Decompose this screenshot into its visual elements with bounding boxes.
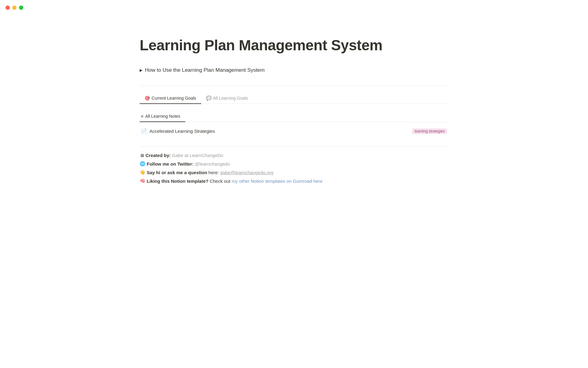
created-by-label: Created by: (145, 153, 171, 158)
computer-icon: 🖥 (140, 153, 144, 158)
close-button[interactable] (6, 6, 10, 10)
list-item[interactable]: 📄 Accelerated Learning Strategies learni… (140, 126, 448, 136)
toggle-section: ▶ How to Use the Learning Plan Managemen… (140, 66, 448, 75)
footer-twitter: 🌐 Follow me on Twitter: @learnchangedo (140, 161, 448, 167)
goals-tabs-section: 🎯 Current Learning Goals 💬 All Learning … (140, 93, 448, 104)
footer-gumroad: 🧠 Liking this Notion template? Check out… (140, 178, 448, 184)
tab-current-learning-goals[interactable]: 🎯 Current Learning Goals (140, 93, 201, 104)
tab-all-learning-notes[interactable]: ≡ All Learning Notes (140, 111, 185, 122)
gumroad-pre: Check out (210, 178, 231, 184)
email-link[interactable]: gabe@learnchangedo.org (220, 170, 273, 175)
goals-tabs-row: 🎯 Current Learning Goals 💬 All Learning … (140, 93, 448, 104)
email-pre: here: (209, 170, 219, 175)
page-title: Learning Plan Management System (140, 37, 448, 54)
list-item-left: 📄 Accelerated Learning Strategies (141, 128, 215, 134)
footer-section: 🖥 Created by: Gabe at LearnChangeDo 🌐 Fo… (140, 146, 448, 184)
gumroad-link[interactable]: my other Notion templates on Gumroad her… (232, 178, 322, 184)
tag-badge[interactable]: learning strategies (412, 128, 447, 134)
email-label: Say hi or ask me a question (147, 170, 207, 175)
gumroad-label: Liking this Notion template? (147, 178, 209, 184)
list-icon: ≡ (141, 114, 143, 119)
maximize-button[interactable] (19, 6, 23, 10)
tab-all-label: All Learning Goals (213, 96, 248, 101)
main-content: Learning Plan Management System ▶ How to… (110, 0, 478, 211)
target-icon: 🎯 (145, 96, 150, 101)
twitter-value: @learnchangedo (195, 161, 230, 167)
chat-icon: 💬 (206, 96, 211, 101)
list-item-label: Accelerated Learning Strategies (149, 128, 215, 134)
twitter-label: Follow me on Twitter: (147, 161, 194, 167)
divider-1 (140, 86, 448, 86)
brain-icon: 🧠 (140, 178, 145, 184)
tab-current-label: Current Learning Goals (152, 96, 196, 101)
footer-created-by: 🖥 Created by: Gabe at LearnChangeDo (140, 153, 448, 158)
footer-email: 👋 Say hi or ask me a question here: gabe… (140, 170, 448, 175)
notes-tabs-row: ≡ All Learning Notes (140, 111, 448, 122)
wave-icon: 👋 (140, 170, 145, 175)
notes-section: ≡ All Learning Notes 📄 Accelerated Learn… (140, 111, 448, 136)
tab-all-learning-goals[interactable]: 💬 All Learning Goals (201, 93, 253, 104)
globe-icon: 🌐 (140, 161, 145, 167)
toggle-header[interactable]: ▶ How to Use the Learning Plan Managemen… (140, 66, 448, 75)
minimize-button[interactable] (12, 6, 17, 10)
traffic-lights (6, 6, 23, 10)
created-by-value: Gabe at LearnChangeDo (172, 153, 224, 158)
footer-divider (140, 146, 448, 147)
document-icon: 📄 (141, 128, 147, 134)
toggle-label: How to Use the Learning Plan Management … (145, 67, 265, 73)
notes-tab-label: All Learning Notes (145, 114, 180, 119)
toggle-arrow-icon: ▶ (140, 68, 142, 72)
